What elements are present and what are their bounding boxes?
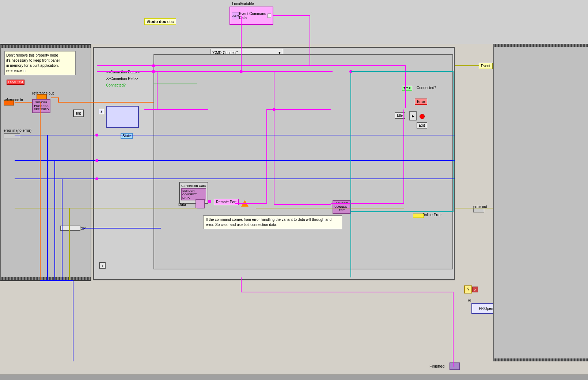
init-block: Init xyxy=(73,110,84,117)
connected-label: Connected? xyxy=(106,83,126,87)
bottom-strip xyxy=(0,375,588,380)
top-area xyxy=(0,0,588,44)
loop-counter: i xyxy=(99,262,106,269)
finished-label: Finished xyxy=(429,364,445,368)
online-error-block xyxy=(413,214,424,218)
event-right-block: Event xyxy=(479,63,493,69)
sender-process-block: SENDER PROCESS REPOSITO xyxy=(32,99,50,113)
todo-box: #todo doc doc xyxy=(144,18,176,25)
event-command-data-node: Event Event Command Data xyxy=(229,7,273,25)
x-close-block[interactable]: ✕ xyxy=(472,287,478,292)
comment-box: If the command comes from error handling… xyxy=(203,215,342,229)
todo-label: #todo doc xyxy=(147,19,166,24)
red-circle-node xyxy=(420,114,425,119)
arrow-node-1 xyxy=(208,200,211,203)
remote-port-block: Remote Port xyxy=(214,199,239,205)
sender-connect-tcp-block: SENDER CONNECT TCP xyxy=(333,200,351,214)
question-block: ? xyxy=(464,285,472,293)
canvas: #todo doc doc LocalVariable Event Event … xyxy=(0,0,588,380)
error-right-block: Error xyxy=(415,99,427,105)
reference-out-block xyxy=(37,94,47,99)
right-panel-footer xyxy=(494,358,588,361)
event-command-data-label: Event Command Data xyxy=(239,12,268,20)
finished-block xyxy=(449,362,460,370)
number-block: 3 xyxy=(99,109,104,114)
vi-label: VI xyxy=(468,299,471,303)
sender-label: SENDER PROCESS REPOSITO xyxy=(34,101,49,111)
ttf-block: T.T.F xyxy=(402,86,412,91)
variant-node xyxy=(196,199,205,208)
property-note: Don't remove this property node it's nec… xyxy=(4,51,76,75)
online-error-label: Online Error xyxy=(422,213,442,217)
case-structure-inner xyxy=(106,106,139,128)
error-out-block xyxy=(473,208,484,212)
local-variable-label: LocalVariable xyxy=(232,2,254,6)
idle-block: Idle xyxy=(395,112,405,119)
connetion-data-label: >>Connetion Data>> xyxy=(106,70,140,74)
property-note-text: Don't remove this property node it's nec… xyxy=(6,53,74,73)
right-panel-header xyxy=(494,44,588,47)
state-block: State xyxy=(121,133,133,139)
error-triangle xyxy=(241,200,249,207)
connection-data-label: Connection Data xyxy=(181,184,206,188)
connected-right-label: Connected? xyxy=(417,86,436,90)
left-panel-header xyxy=(1,45,91,48)
error-in-label: error in (no error) xyxy=(4,128,31,133)
sender-connect-tcp-label: SENDER CONNECT TCP xyxy=(334,201,349,212)
merge-node: ▶ xyxy=(409,111,417,120)
error-in-block xyxy=(4,133,20,138)
datafromtcp-block xyxy=(60,226,80,231)
connetion-ref-label: >>Connetion Ref>> xyxy=(106,77,138,81)
exit-block: Exit xyxy=(417,122,427,128)
reference-in-block xyxy=(4,100,14,105)
label-text-node: Label.Text xyxy=(7,80,24,85)
data-label: Data xyxy=(178,203,186,207)
right-panel xyxy=(493,44,588,361)
left-panel-footer xyxy=(1,277,91,280)
